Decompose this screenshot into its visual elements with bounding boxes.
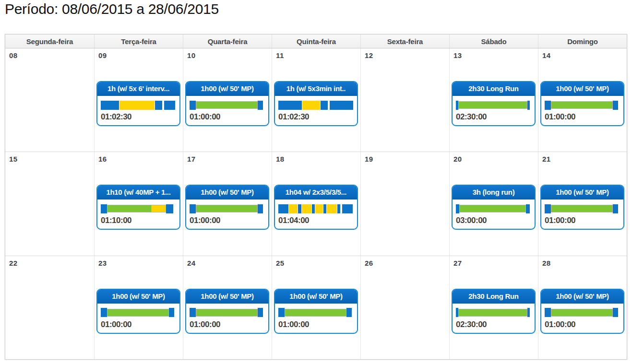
intensity-segment-green [107,309,168,316]
intensity-segment-blue [321,101,328,110]
workout-duration: 01:00:00 [545,320,620,329]
workout-duration: 01:00:00 [190,216,265,225]
intensity-segment-blue [456,204,459,213]
calendar-day-cell: 231h00 (w/ 50' MP)01:00:00 [94,256,183,359]
intensity-segment-blue [337,204,340,213]
intensity-segment-blue [527,101,530,110]
intensity-segment-blue [169,308,175,317]
day-header-label: Sexta-feira [360,35,449,48]
workout-card[interactable]: 1h10 (w/ 40MP + 1...01:10:00 [96,185,180,230]
workout-title: 1h00 (w/ 50' MP) [97,290,179,304]
calendar-day-cell: 203h (long run)03:00:00 [449,152,538,255]
workout-card-body: 01:10:00 [97,200,179,229]
intensity-segment-blue [346,308,352,317]
workout-intensity-bar [101,100,176,110]
workout-card[interactable]: 1h04 w/ 2x3/5/3/5...01:04:00 [274,185,358,230]
workout-intensity-bar [278,100,354,110]
intensity-segment-green [285,309,346,316]
calendar-day-cell: 211h00 (w/ 50' MP)01:00:00 [538,152,627,255]
page-title: Período: 08/06/2015 a 28/06/2015 [5,1,219,17]
workout-duration: 01:04:00 [278,216,354,225]
calendar-day-cell: 19 [360,152,449,255]
intensity-segment-yellow [152,205,166,212]
intensity-segment-yellow [327,204,336,213]
workout-intensity-bar [545,100,620,110]
intensity-segment-green [460,205,525,212]
workout-card-body: 01:00:00 [186,200,268,229]
day-header-label: Terça-feira [94,35,183,48]
intensity-segment-blue [258,204,263,213]
workout-duration: 01:00:00 [545,112,620,122]
workout-duration: 01:02:30 [278,112,354,122]
workout-card-body: 01:04:00 [275,200,357,229]
calendar-day-cell: 15 [5,152,94,255]
day-number: 26 [361,259,449,268]
intensity-segment-green [459,309,526,316]
intensity-segment-yellow [302,204,311,213]
workout-title: 1h (w/ 5x 6' interv... [97,82,179,96]
workout-card[interactable]: 3h (long run)03:00:00 [452,185,536,230]
day-number: 14 [538,51,627,60]
weeks-container: 08091h (w/ 5x 6' interv...01:02:30101h00… [5,48,627,359]
workout-card[interactable]: 1h00 (w/ 50' MP)01:00:00 [185,289,269,334]
workout-card-body: 01:00:00 [186,304,268,333]
intensity-segment-blue [164,101,176,110]
workout-title: 1h00 (w/ 50' MP) [186,186,268,200]
intensity-segment-blue [545,204,551,213]
intensity-segment-blue [342,204,353,213]
calendar-day-cell: 26 [360,256,449,359]
intensity-segment-blue [527,308,530,317]
workout-title: 1h00 (w/ 50' MP) [186,290,268,304]
workout-title: 1h00 (w/ 50' MP) [541,186,623,200]
workout-card[interactable]: 2h30 Long Run02:30:00 [452,81,536,126]
intensity-segment-blue [613,308,619,317]
workout-title: 1h (w/ 5x3min int.. [275,82,357,96]
workout-card-body: 01:00:00 [541,96,623,125]
workout-duration: 01:00:00 [278,320,354,329]
intensity-segment-green [551,205,612,212]
workout-card[interactable]: 1h00 (w/ 50' MP)01:00:00 [540,185,624,230]
workout-card[interactable]: 1h00 (w/ 50' MP)01:00:00 [540,289,624,334]
workout-card[interactable]: 2h30 Long Run02:30:00 [452,289,536,334]
day-header-label: Domingo [538,35,627,48]
workout-card[interactable]: 1h00 (w/ 50' MP)01:00:00 [274,289,358,334]
workout-title: 1h00 (w/ 50' MP) [186,82,268,96]
calendar-day-cell: 241h00 (w/ 50' MP)01:00:00 [183,256,272,359]
intensity-segment-blue [166,204,173,213]
intensity-segment-green [107,205,151,212]
calendar-day-cell: 08 [5,48,94,152]
workout-card-body: 01:02:30 [275,96,357,125]
intensity-segment-blue [330,101,353,110]
day-number: 11 [272,51,360,60]
workout-card[interactable]: 1h (w/ 5x3min int..01:02:30 [274,81,358,126]
workout-card[interactable]: 1h00 (w/ 50' MP)01:00:00 [540,81,624,126]
workout-card[interactable]: 1h00 (w/ 50' MP)01:00:00 [96,289,180,334]
day-number: 28 [538,259,627,268]
workout-card[interactable]: 1h00 (w/ 50' MP)01:00:00 [185,185,269,230]
workout-duration: 01:00:00 [101,320,176,329]
workout-intensity-bar [278,204,354,213]
intensity-segment-blue [278,204,288,213]
day-number: 23 [95,259,183,268]
intensity-segment-blue [323,204,326,213]
workout-card[interactable]: 1h00 (w/ 50' MP)01:00:00 [185,81,269,126]
calendar-day-cell: 111h (w/ 5x3min int..01:02:30 [272,48,360,152]
calendar-day-cell: 132h30 Long Run02:30:00 [449,48,538,152]
week-row: 15161h10 (w/ 40MP + 1...01:10:00171h00 (… [5,152,627,255]
intensity-segment-blue [298,204,301,213]
intensity-segment-blue [278,101,302,110]
workout-card-body: 01:00:00 [97,304,179,333]
workout-title: 1h10 (w/ 40MP + 1... [97,186,179,200]
workout-intensity-bar [190,100,265,110]
workout-card[interactable]: 1h (w/ 5x 6' interv...01:02:30 [96,81,180,126]
intensity-segment-blue [456,308,458,317]
calendar-day-cell: 161h10 (w/ 40MP + 1...01:10:00 [94,152,183,255]
workout-intensity-bar [545,204,620,213]
intensity-segment-green [196,102,257,108]
workout-intensity-bar [101,308,176,317]
day-header-label: Sábado [449,35,538,48]
intensity-segment-blue [258,101,263,110]
day-number: 08 [5,51,94,60]
intensity-segment-blue [526,204,529,213]
calendar-day-cell: 22 [5,256,94,359]
